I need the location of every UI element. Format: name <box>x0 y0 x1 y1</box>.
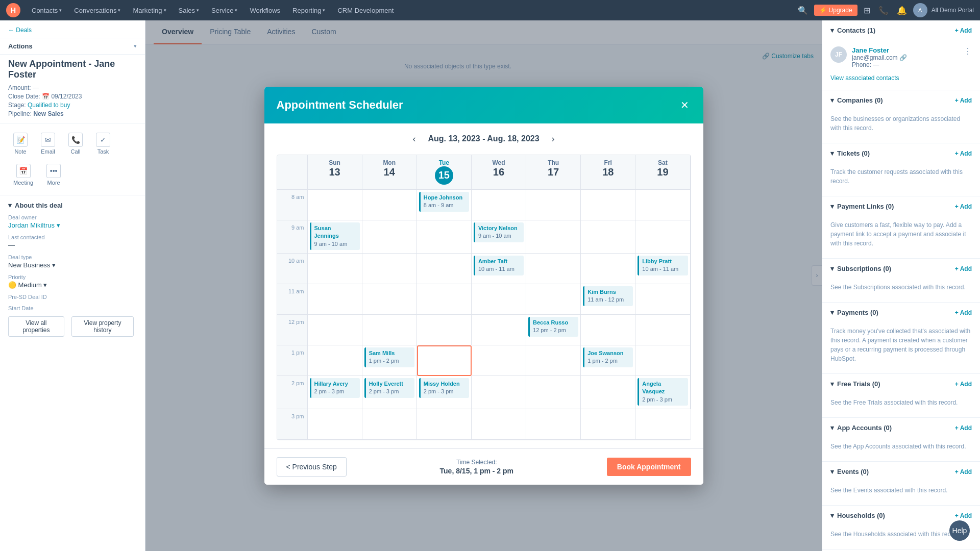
events-add-link[interactable]: + Add <box>955 468 972 475</box>
nav-conversations[interactable]: Conversations ▾ <box>69 5 126 16</box>
cell-fri-3pm[interactable] <box>581 409 635 440</box>
cell-thu-1pm[interactable] <box>526 345 581 376</box>
cell-sat-12pm[interactable] <box>635 315 690 345</box>
note-button[interactable]: 📝 Note <box>8 130 33 158</box>
prev-week-button[interactable]: ‹ <box>408 132 420 146</box>
cell-fri-8am[interactable] <box>581 190 635 220</box>
notifications-button[interactable]: 🔔 <box>895 4 909 17</box>
cell-mon-3pm[interactable] <box>362 409 417 440</box>
free-trials-section-header[interactable]: ▾ Free Trials (0) + Add <box>822 374 980 394</box>
cell-wed-10am[interactable]: Amber Taft 10 am - 11 am <box>472 254 526 284</box>
nav-contacts[interactable]: Contacts ▾ <box>27 5 67 16</box>
tickets-add-link[interactable]: + Add <box>955 150 972 157</box>
appt-joe-swanson[interactable]: Joe Swanson 1 pm - 2 pm <box>583 347 633 367</box>
app-accounts-add-link[interactable]: + Add <box>955 424 972 432</box>
appt-kim-burns[interactable]: Kim Burns 11 am - 12 pm <box>583 286 633 306</box>
cell-tue-10am[interactable] <box>417 254 472 284</box>
cell-mon-12pm[interactable] <box>362 315 417 345</box>
cell-fri-11am[interactable]: Kim Burns 11 am - 12 pm <box>581 284 635 315</box>
companies-add-link[interactable]: + Add <box>955 97 972 104</box>
nav-workflows[interactable]: Workflows <box>244 5 285 16</box>
cell-tue-2pm[interactable]: Missy Holden 2 pm - 3 pm <box>417 376 472 409</box>
cell-sat-10am[interactable]: Libby Pratt 10 am - 11 am <box>635 254 690 284</box>
cell-mon-8am[interactable] <box>362 190 417 220</box>
call-button[interactable]: 📞 Call <box>63 130 88 158</box>
cell-wed-2pm[interactable] <box>472 376 526 409</box>
help-button[interactable]: Help <box>949 520 970 541</box>
nav-service[interactable]: Service ▾ <box>206 5 242 16</box>
free-trials-add-link[interactable]: + Add <box>955 381 972 388</box>
cell-tue-1pm-selected[interactable] <box>417 345 472 376</box>
portal-name[interactable]: All Demo Portal <box>932 7 974 14</box>
cell-sat-3pm[interactable] <box>635 409 690 440</box>
subscriptions-add-link[interactable]: + Add <box>955 265 972 272</box>
appt-missy-holden[interactable]: Missy Holden 2 pm - 3 pm <box>419 378 469 398</box>
cell-mon-10am[interactable] <box>362 254 417 284</box>
appt-sam-mills[interactable]: Sam Mills 1 pm - 2 pm <box>364 347 414 367</box>
appt-amber-taft[interactable]: Amber Taft 10 am - 11 am <box>474 256 524 276</box>
companies-section-header[interactable]: ▾ Companies (0) + Add <box>822 90 980 110</box>
modal-close-button[interactable]: ✕ <box>678 97 691 113</box>
payments-add-link[interactable]: + Add <box>955 309 972 316</box>
cell-fri-10am[interactable] <box>581 254 635 284</box>
cell-tue-9am[interactable] <box>417 220 472 254</box>
cell-mon-1pm[interactable]: Sam Mills 1 pm - 2 pm <box>362 345 417 376</box>
contacts-section-header[interactable]: ▾ Contacts (1) + Add <box>822 20 980 40</box>
deal-type-value[interactable]: New Business ▾ <box>8 261 137 269</box>
nav-reporting[interactable]: Reporting ▾ <box>287 5 330 16</box>
cell-sat-11am[interactable] <box>635 284 690 315</box>
cell-sat-8am[interactable] <box>635 190 690 220</box>
subscriptions-section-header[interactable]: ▾ Subscriptions (0) + Add <box>822 259 980 279</box>
meeting-button[interactable]: 📅 Meeting <box>8 161 38 189</box>
cell-wed-1pm[interactable] <box>472 345 526 376</box>
nav-sales[interactable]: Sales ▾ <box>174 5 205 16</box>
tickets-section-header[interactable]: ▾ Tickets (0) + Add <box>822 143 980 163</box>
nav-crm-development[interactable]: CRM Development <box>332 5 399 16</box>
cell-wed-12pm[interactable] <box>472 315 526 345</box>
marketplace-button[interactable]: ⊞ <box>862 4 872 17</box>
task-button[interactable]: ✓ Task <box>91 130 115 158</box>
back-to-deals[interactable]: ← Deals <box>8 27 137 34</box>
cell-sat-9am[interactable] <box>635 220 690 254</box>
cell-wed-9am[interactable]: Victory Nelson 9 am - 10 am <box>472 220 526 254</box>
cell-fri-12pm[interactable] <box>581 315 635 345</box>
upgrade-button[interactable]: ⚡ Upgrade <box>814 5 857 16</box>
appt-victory-nelson[interactable]: Victory Nelson 9 am - 10 am <box>474 222 524 242</box>
payment-links-section-header[interactable]: ▾ Payment Links (0) + Add <box>822 196 980 216</box>
cell-thu-9am[interactable] <box>526 220 581 254</box>
book-appointment-button[interactable]: Book Appointment <box>607 458 691 476</box>
appt-libby-pratt[interactable]: Libby Pratt 10 am - 11 am <box>638 256 688 276</box>
cell-fri-2pm[interactable] <box>581 376 635 409</box>
appt-becca-russo[interactable]: Becca Russo 12 pm - 2 pm <box>528 317 578 337</box>
events-section-header[interactable]: ▾ Events (0) + Add <box>822 462 980 482</box>
cell-tue-11am[interactable] <box>417 284 472 315</box>
cell-sun-1pm[interactable] <box>308 345 362 376</box>
cell-thu-10am[interactable] <box>526 254 581 284</box>
contact-name-jane-foster[interactable]: Jane Foster <box>852 46 959 54</box>
deal-owner-value[interactable]: Jordan Mikiltrus ▾ <box>8 221 137 229</box>
cell-tue-12pm[interactable] <box>417 315 472 345</box>
cell-fri-1pm[interactable]: Joe Swanson 1 pm - 2 pm <box>581 345 635 376</box>
cell-thu-11am[interactable] <box>526 284 581 315</box>
appt-susan-jennings[interactable]: Susan Jennings 9 am - 10 am <box>310 222 360 250</box>
cell-thu-3pm[interactable] <box>526 409 581 440</box>
cell-sun-3pm[interactable] <box>308 409 362 440</box>
contacts-add-link[interactable]: + Add <box>955 27 972 34</box>
cell-sun-9am[interactable]: Susan Jennings 9 am - 10 am <box>308 220 362 254</box>
cell-mon-2pm[interactable]: Holly Everett 2 pm - 3 pm <box>362 376 417 409</box>
cell-fri-9am[interactable] <box>581 220 635 254</box>
cell-tue-8am[interactable]: Hope Johnson 8 am - 9 am <box>417 190 472 220</box>
about-section-header[interactable]: ▾ About this deal <box>0 195 145 212</box>
more-button[interactable]: ••• More <box>41 161 66 189</box>
hubspot-logo[interactable]: H <box>6 3 20 17</box>
email-button[interactable]: ✉ Email <box>36 130 60 158</box>
cell-sun-2pm[interactable]: Hillary Avery 2 pm - 3 pm <box>308 376 362 409</box>
priority-value[interactable]: 🟡 Medium ▾ <box>8 281 137 289</box>
cell-tue-3pm[interactable] <box>417 409 472 440</box>
cell-thu-8am[interactable] <box>526 190 581 220</box>
phone-button[interactable]: 📞 <box>876 4 891 17</box>
contact-collapse-btn[interactable]: ⋮ <box>964 46 972 56</box>
households-add-link[interactable]: + Add <box>955 512 972 519</box>
appt-hillary-avery[interactable]: Hillary Avery 2 pm - 3 pm <box>310 378 360 398</box>
previous-step-button[interactable]: < Previous Step <box>277 457 347 477</box>
